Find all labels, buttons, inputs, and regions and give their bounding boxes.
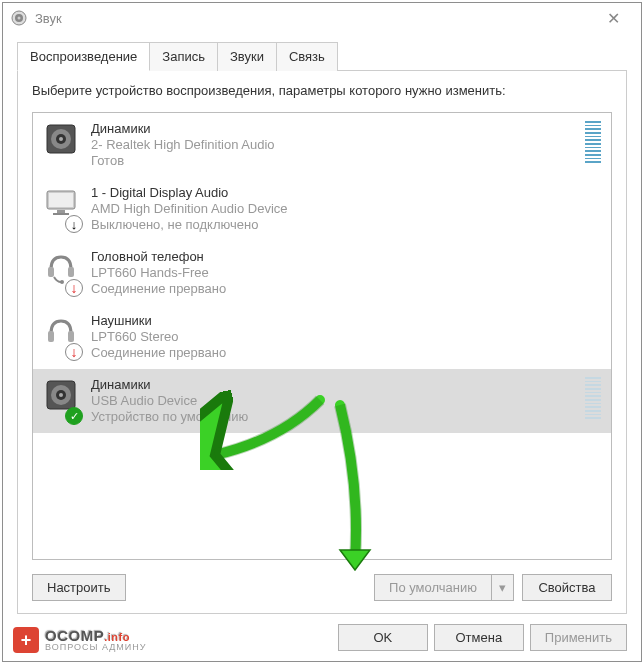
device-item[interactable]: ↓1 - Digital Display AudioAMD High Defin… <box>33 177 611 241</box>
device-status: Устройство по умолчанию <box>91 409 579 424</box>
headset-icon: ↓ <box>43 249 83 297</box>
arrow-down-icon: ↓ <box>65 215 83 233</box>
speaker-icon <box>43 121 83 169</box>
device-name: Наушники <box>91 313 601 328</box>
tab-bar: ВоспроизведениеЗаписьЗвукиСвязь <box>17 41 627 71</box>
svg-rect-10 <box>53 213 69 215</box>
device-text: Головной телефонLPT660 Hands-FreeСоедине… <box>91 249 601 296</box>
watermark-icon: + <box>13 627 39 653</box>
device-text: 1 - Digital Display AudioAMD High Defini… <box>91 185 601 232</box>
titlebar: Звук ✕ <box>3 3 641 33</box>
device-status: Соединение прервано <box>91 345 601 360</box>
svg-point-6 <box>59 137 63 141</box>
device-name: Динамики <box>91 121 579 136</box>
device-name: Головной телефон <box>91 249 601 264</box>
device-item[interactable]: Динамики2- Realtek High Definition Audio… <box>33 113 611 177</box>
device-text: НаушникиLPT660 StereoСоединение прервано <box>91 313 601 360</box>
dialog-content: ВоспроизведениеЗаписьЗвукиСвязь Выберите… <box>3 33 641 614</box>
device-desc: LPT660 Stereo <box>91 329 601 344</box>
svg-rect-9 <box>57 210 65 213</box>
close-button[interactable]: ✕ <box>593 4 633 32</box>
watermark-sub: ВОПРОСЫ АДМИНУ <box>45 643 147 652</box>
watermark-main: OCOMP.info <box>45 628 147 643</box>
device-item[interactable]: ✓ДинамикиUSB Audio DeviceУстройство по у… <box>33 369 611 433</box>
device-text: Динамики2- Realtek High Definition Audio… <box>91 121 579 168</box>
svg-point-19 <box>59 393 63 397</box>
level-meter <box>585 377 601 419</box>
device-desc: USB Audio Device <box>91 393 579 408</box>
device-name: 1 - Digital Display Audio <box>91 185 601 200</box>
tab-3[interactable]: Связь <box>276 42 338 71</box>
device-item[interactable]: ↓НаушникиLPT660 StereoСоединение прерван… <box>33 305 611 369</box>
sound-icon <box>11 10 27 26</box>
error-icon: ↓ <box>65 343 83 361</box>
svg-point-2 <box>18 17 21 20</box>
tab-1[interactable]: Запись <box>149 42 218 71</box>
device-status: Выключено, не подключено <box>91 217 601 232</box>
speaker-icon: ✓ <box>43 377 83 425</box>
svg-point-13 <box>60 280 64 284</box>
device-desc: LPT660 Hands-Free <box>91 265 601 280</box>
dialog-footer: + OCOMP.info ВОПРОСЫ АДМИНУ OK Отмена Пр… <box>3 614 641 661</box>
device-status: Готов <box>91 153 579 168</box>
set-default-label: По умолчанию <box>375 575 491 600</box>
list-buttons-row: Настроить По умолчанию ▾ Свойства <box>32 574 612 601</box>
set-default-button[interactable]: По умолчанию ▾ <box>374 574 514 601</box>
monitor-icon: ↓ <box>43 185 83 233</box>
tab-2[interactable]: Звуки <box>217 42 277 71</box>
apply-button[interactable]: Применить <box>530 624 627 651</box>
svg-rect-15 <box>68 331 74 342</box>
device-status: Соединение прервано <box>91 281 601 296</box>
playback-tab-body: Выберите устройство воспроизведения, пар… <box>17 71 627 614</box>
configure-button[interactable]: Настроить <box>32 574 126 601</box>
ok-button[interactable]: OK <box>338 624 428 651</box>
svg-rect-12 <box>68 267 74 277</box>
device-desc: 2- Realtek High Definition Audio <box>91 137 579 152</box>
window-title: Звук <box>35 11 593 26</box>
cancel-button[interactable]: Отмена <box>434 624 524 651</box>
tab-0[interactable]: Воспроизведение <box>17 42 150 71</box>
check-icon: ✓ <box>65 407 83 425</box>
device-list[interactable]: Динамики2- Realtek High Definition Audio… <box>32 112 612 560</box>
sound-dialog: Звук ✕ ВоспроизведениеЗаписьЗвукиСвязь В… <box>2 2 642 662</box>
svg-rect-14 <box>48 331 54 342</box>
error-icon: ↓ <box>65 279 83 297</box>
watermark: + OCOMP.info ВОПРОСЫ АДМИНУ <box>13 627 147 653</box>
level-meter <box>585 121 601 163</box>
instruction-text: Выберите устройство воспроизведения, пар… <box>32 83 612 98</box>
device-name: Динамики <box>91 377 579 392</box>
chevron-down-icon[interactable]: ▾ <box>491 575 513 600</box>
svg-rect-8 <box>49 193 73 207</box>
device-desc: AMD High Definition Audio Device <box>91 201 601 216</box>
svg-rect-11 <box>48 267 54 277</box>
headphone-icon: ↓ <box>43 313 83 361</box>
device-item[interactable]: ↓Головной телефонLPT660 Hands-FreeСоедин… <box>33 241 611 305</box>
device-text: ДинамикиUSB Audio DeviceУстройство по ум… <box>91 377 579 424</box>
properties-button[interactable]: Свойства <box>522 574 612 601</box>
